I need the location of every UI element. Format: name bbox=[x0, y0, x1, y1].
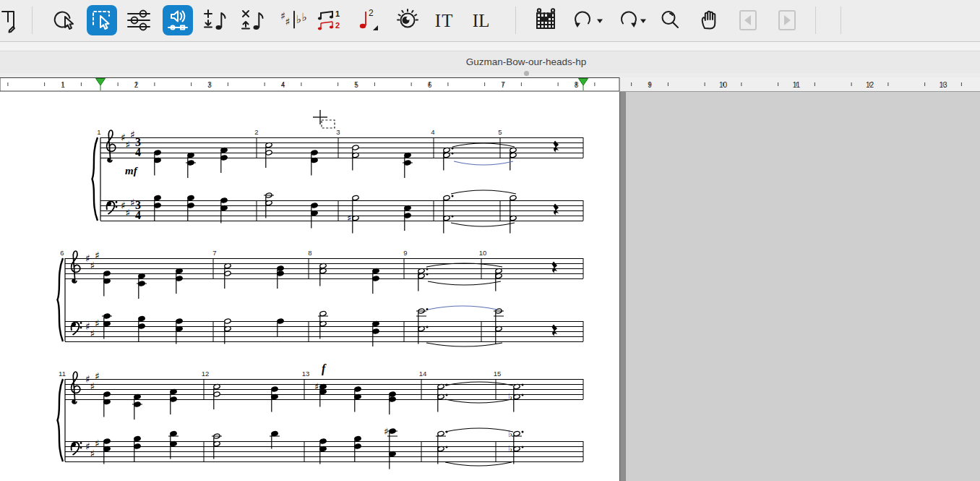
svg-text:♯: ♯ bbox=[95, 438, 100, 449]
dynamic-marking[interactable]: mf bbox=[125, 165, 139, 176]
svg-text:4: 4 bbox=[135, 209, 141, 221]
filter-settings-icon bbox=[124, 6, 153, 35]
svg-text:♯: ♯ bbox=[314, 381, 319, 392]
previous-page-button[interactable] bbox=[733, 5, 763, 35]
next-page-button[interactable] bbox=[772, 5, 802, 35]
redo-icon bbox=[614, 6, 642, 35]
svg-text:♭: ♭ bbox=[508, 443, 512, 454]
svg-text:7: 7 bbox=[501, 81, 505, 89]
measure-number: 9 bbox=[403, 249, 407, 257]
svg-text:2: 2 bbox=[134, 81, 139, 89]
redo-menu-button[interactable] bbox=[639, 16, 648, 26]
insert-note-button[interactable] bbox=[201, 5, 231, 35]
svg-text:8: 8 bbox=[575, 81, 579, 89]
lasso-select-button[interactable] bbox=[48, 5, 79, 35]
measure-number: 8 bbox=[308, 249, 311, 257]
filter-settings-button[interactable] bbox=[124, 5, 154, 35]
svg-text:6: 6 bbox=[428, 81, 432, 89]
measure-number: 12 bbox=[202, 370, 210, 378]
playback-selection-button[interactable] bbox=[163, 5, 193, 35]
measure-number: 6 bbox=[60, 249, 64, 257]
svg-text:♭: ♭ bbox=[508, 391, 512, 402]
voices-1-2-icon: 1 2 bbox=[315, 6, 345, 35]
svg-text:♯: ♯ bbox=[285, 16, 291, 27]
ruler[interactable]: 12345678910111213 bbox=[0, 77, 980, 92]
svg-text:♯: ♯ bbox=[126, 139, 131, 150]
svg-text:♯: ♯ bbox=[130, 197, 135, 208]
measure-number: 10 bbox=[479, 249, 487, 257]
playback-selection-icon bbox=[163, 6, 192, 35]
view-options-icon bbox=[393, 6, 422, 35]
svg-text:IL: IL bbox=[473, 11, 490, 30]
svg-text:9: 9 bbox=[648, 81, 652, 89]
accidentals-button[interactable]: ♯ ♯ ♭ ♭ bbox=[279, 5, 309, 35]
score-edit-button[interactable] bbox=[0, 5, 22, 35]
document-title: Guzman-Bow-our-heads-hp bbox=[466, 56, 587, 67]
document-title-bar: Guzman-Bow-our-heads-hp bbox=[0, 51, 980, 73]
delete-note-button[interactable] bbox=[238, 5, 269, 35]
marquee-select-icon bbox=[87, 6, 116, 35]
toolbar-sub-strip bbox=[0, 42, 980, 51]
svg-text:♭: ♭ bbox=[296, 13, 301, 26]
undo-button[interactable] bbox=[568, 5, 598, 35]
measure-number: 11 bbox=[59, 370, 66, 378]
svg-text:IT: IT bbox=[435, 11, 453, 30]
insert-lyrics-icon: IL bbox=[467, 6, 497, 35]
svg-text:1: 1 bbox=[335, 9, 340, 18]
svg-text:♯: ♯ bbox=[95, 250, 100, 261]
score-page[interactable] bbox=[0, 92, 619, 481]
insert-text-button[interactable]: IT bbox=[429, 5, 460, 35]
pan-tool-button[interactable] bbox=[695, 5, 725, 35]
zoom-tool-button[interactable] bbox=[655, 5, 685, 35]
undo-icon bbox=[569, 6, 598, 35]
page-edge-shadow bbox=[619, 92, 626, 481]
svg-text:12: 12 bbox=[866, 81, 874, 89]
measure-number: 2 bbox=[254, 128, 258, 136]
app-window: ♯ ♯ ♭ ♭ 1 2 bbox=[0, 0, 980, 481]
page-previous-icon bbox=[734, 6, 762, 35]
svg-text:♯: ♯ bbox=[95, 370, 100, 382]
splitter-handle-dot[interactable] bbox=[524, 71, 529, 76]
score-edit-icon bbox=[0, 6, 21, 35]
magnifier-icon bbox=[656, 6, 684, 35]
lasso-select-icon bbox=[49, 6, 78, 35]
svg-text:♯: ♯ bbox=[347, 213, 351, 224]
voice-2-note-button[interactable]: 2 bbox=[353, 5, 384, 35]
chord-diagram-button[interactable] bbox=[530, 5, 561, 35]
measure-number: 15 bbox=[494, 370, 502, 378]
insert-lyrics-button[interactable]: IL bbox=[467, 5, 497, 35]
measure-number: 14 bbox=[419, 370, 427, 378]
svg-text:4: 4 bbox=[281, 81, 285, 89]
voice-2-note-icon: 2 bbox=[354, 6, 383, 35]
svg-text:♭: ♭ bbox=[302, 11, 307, 24]
measure-number: 4 bbox=[431, 128, 434, 136]
toolbar-divider bbox=[841, 7, 841, 34]
svg-text:5: 5 bbox=[354, 81, 358, 89]
svg-text:1: 1 bbox=[61, 81, 65, 89]
svg-text:♯: ♯ bbox=[130, 129, 135, 140]
page-next-icon bbox=[773, 6, 801, 35]
svg-text:11: 11 bbox=[793, 81, 801, 89]
svg-text:3: 3 bbox=[207, 81, 212, 89]
view-options-button[interactable] bbox=[392, 5, 423, 35]
score-canvas[interactable]: ♯♯♯♯♯♯343412345♯♯♯♯♯♯♯678910♯♯♯♯♯♯111213… bbox=[0, 92, 980, 481]
insert-text-icon: IT bbox=[429, 6, 460, 35]
svg-text:2: 2 bbox=[369, 8, 374, 18]
svg-text:4: 4 bbox=[135, 146, 141, 158]
toolbar: ♯ ♯ ♭ ♭ 1 2 bbox=[0, 0, 980, 42]
chord-diagram-icon bbox=[531, 6, 560, 35]
measure-number: 5 bbox=[498, 128, 502, 136]
svg-text:10: 10 bbox=[719, 81, 728, 89]
svg-text:♯: ♯ bbox=[90, 260, 95, 271]
toolbar-divider bbox=[32, 7, 33, 34]
measure-number: 13 bbox=[302, 370, 310, 378]
svg-text:13: 13 bbox=[939, 81, 947, 89]
svg-text:♯: ♯ bbox=[95, 318, 100, 329]
voices-1-2-button[interactable]: 1 2 bbox=[315, 5, 345, 35]
undo-menu-button[interactable] bbox=[596, 16, 604, 26]
delete-note-icon bbox=[239, 6, 268, 35]
marquee-select-button[interactable] bbox=[87, 5, 117, 35]
svg-text:♯: ♯ bbox=[90, 328, 95, 339]
measure-number: 3 bbox=[336, 128, 340, 136]
chevron-down-icon bbox=[596, 18, 603, 24]
